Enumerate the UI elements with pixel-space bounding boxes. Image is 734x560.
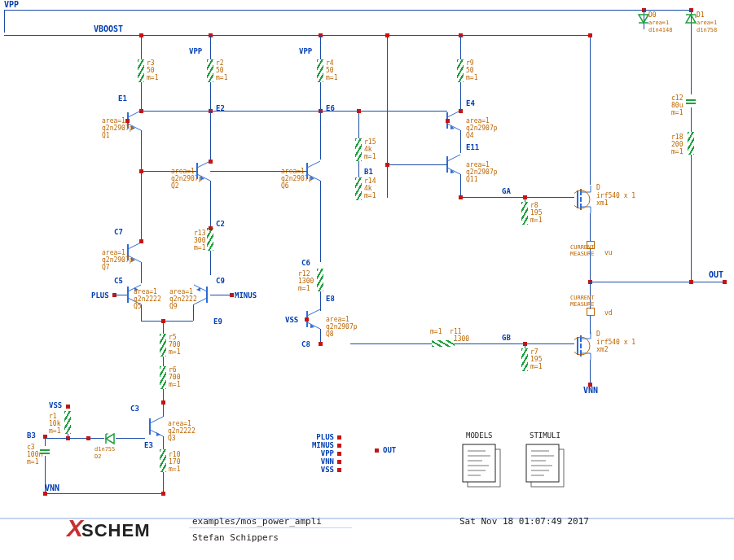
d1-label: D1 <box>697 11 705 19</box>
ref-b3: B3 <box>27 431 36 440</box>
wire <box>141 130 142 241</box>
wire <box>116 438 145 439</box>
ref-c2: C2 <box>216 220 225 228</box>
wire <box>45 493 163 494</box>
cap-c12 <box>686 96 696 107</box>
models-icon[interactable] <box>461 443 497 488</box>
wire <box>590 213 591 241</box>
wire <box>573 35 590 36</box>
wire <box>210 171 306 172</box>
wire <box>210 295 231 295</box>
wire <box>460 130 461 153</box>
wire <box>358 161 359 177</box>
net-vboost: VBOOST <box>94 24 123 33</box>
pin <box>319 342 323 346</box>
wire <box>141 321 193 322</box>
ref-c3: C3 <box>130 405 139 413</box>
wire <box>455 343 463 344</box>
pin <box>305 317 309 322</box>
ammeter-icon <box>587 308 595 316</box>
models-label: MODELS <box>466 431 493 440</box>
resistor-r6 <box>160 366 166 389</box>
bjt-q3 <box>145 415 165 438</box>
pin <box>459 195 463 199</box>
wire <box>163 472 164 493</box>
svg-marker-61 <box>106 434 114 444</box>
net-minus: MINUS <box>235 291 257 300</box>
wire <box>691 29 692 94</box>
wire <box>141 304 142 321</box>
wire-vpp-top <box>4 10 644 11</box>
pin <box>723 280 727 284</box>
svg-marker-2 <box>686 15 696 23</box>
wire <box>644 10 691 11</box>
resistor-r4 <box>317 59 323 82</box>
d1-params: area=1 d1n758 <box>697 20 717 34</box>
resistor-r1 <box>64 411 71 434</box>
wire-gb <box>460 343 574 344</box>
wire <box>590 35 591 185</box>
wire-out <box>590 282 724 282</box>
wire <box>163 357 164 366</box>
wire <box>141 111 447 112</box>
net-vss-q8: VSS <box>285 316 298 324</box>
stimuli-label: STIMULI <box>530 431 560 440</box>
svg-line-49 <box>307 322 320 329</box>
resistor-r2 <box>207 59 213 82</box>
diode-d1 <box>685 11 697 23</box>
logo: XSCHEM <box>67 514 150 542</box>
ref-e3: E3 <box>144 441 153 449</box>
pin <box>43 492 47 496</box>
svg-line-65 <box>150 417 163 423</box>
resistor-r15 <box>355 138 362 161</box>
ref-c9: C9 <box>216 277 225 285</box>
port-plus: PLUS <box>301 433 334 441</box>
pin <box>337 444 341 448</box>
current-measure-2: CURRENT MEASURE <box>570 295 595 308</box>
node-vd: vd <box>604 309 613 317</box>
ref-b1: B1 <box>364 168 373 176</box>
logo-x-icon: X <box>67 514 81 541</box>
ref-e8: E8 <box>326 295 335 303</box>
resistor-r9 <box>457 59 464 82</box>
wire <box>525 343 525 348</box>
ref-e9: E9 <box>213 317 222 326</box>
wire <box>210 181 211 228</box>
pin <box>86 436 90 440</box>
ref-e4: E4 <box>466 99 475 107</box>
wire <box>210 35 211 59</box>
pin <box>139 239 143 243</box>
ammeter-icon <box>587 241 595 249</box>
net-vpp-r4: VPP <box>299 47 312 55</box>
wire <box>210 251 211 275</box>
diode-d0 <box>638 11 649 23</box>
stimuli-icon[interactable] <box>525 443 560 488</box>
author: Stefan Schippers <box>192 532 279 543</box>
wire <box>141 171 196 172</box>
file-path: examples/mos_power_ampli <box>192 516 322 527</box>
pin <box>385 163 389 167</box>
ref-c5: C5 <box>114 277 123 285</box>
wire <box>320 181 321 262</box>
pin <box>209 160 213 164</box>
wire <box>210 111 211 160</box>
schematic-canvas: VPP D0 area=1 d1n4148 D1 area=1 d1n758 V… <box>0 0 734 560</box>
resistor-r12 <box>317 269 323 291</box>
wire <box>163 321 164 334</box>
svg-rect-79 <box>526 444 559 482</box>
mosfet-xm2 <box>574 332 596 360</box>
ref-c7: C7 <box>114 228 123 236</box>
pin <box>337 468 341 472</box>
net-vpp: VPP <box>4 0 19 9</box>
wire <box>358 111 359 138</box>
wire <box>460 35 461 59</box>
pin <box>446 119 450 123</box>
net-gb: GB <box>502 334 511 342</box>
pin <box>337 460 341 464</box>
wire-bus-mid <box>141 35 573 36</box>
port-minus: MINUS <box>301 441 334 449</box>
mosfet-xm1 <box>574 186 596 213</box>
divider <box>189 527 352 528</box>
wire <box>141 35 142 59</box>
svg-line-22 <box>447 155 460 161</box>
